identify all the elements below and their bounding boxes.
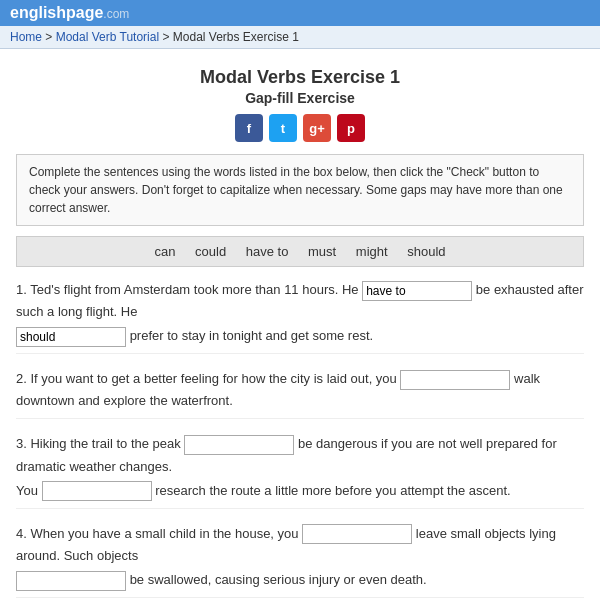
q3-text1: 3. Hiking the trail to the peak [16,436,184,451]
page-subtitle: Gap-fill Exercise [16,90,584,106]
question-1-line1: 1. Ted's flight from Amsterdam took more… [16,279,584,323]
question-1: 1. Ted's flight from Amsterdam took more… [16,275,584,354]
word-should: should [407,244,445,259]
question-4-line1: 4. When you have a small child in the ho… [16,523,584,567]
social-buttons: f t g+ p [16,114,584,142]
question-3-line2: You research the route a little more bef… [16,480,584,502]
pinterest-button[interactable]: p [337,114,365,142]
breadcrumb-tutorial[interactable]: Modal Verb Tutorial [56,30,159,44]
q4-text3: be swallowed, causing serious injury or … [130,572,427,587]
site-name: englishpage [10,4,103,21]
question-2: 2. If you want to get a better feeling f… [16,364,584,419]
word-can: can [154,244,175,259]
q4-input1[interactable] [302,524,412,544]
q3-text3: You [16,483,42,498]
instruction-box: Complete the sentences using the words l… [16,154,584,226]
question-1-line2: prefer to stay in tonight and get some r… [16,325,584,347]
q1-input2[interactable] [16,327,126,347]
breadcrumb-current: Modal Verbs Exercise 1 [173,30,299,44]
question-2-text: 2. If you want to get a better feeling f… [16,368,584,412]
word-could: could [195,244,226,259]
q3-input1[interactable] [184,435,294,455]
exercise-area: 1. Ted's flight from Amsterdam took more… [16,275,584,600]
question-3: 3. Hiking the trail to the peak be dange… [16,429,584,508]
word-have-to: have to [246,244,289,259]
site-dotcom: .com [103,7,129,21]
q3-text4: research the route a little more before … [155,483,511,498]
q3-input2[interactable] [42,481,152,501]
q2-input1[interactable] [400,370,510,390]
q1-num: 1. Ted's flight from Amsterdam took more… [16,282,362,297]
question-3-line1: 3. Hiking the trail to the peak be dange… [16,433,584,477]
twitter-button[interactable]: t [269,114,297,142]
q4-text1: 4. When you have a small child in the ho… [16,526,302,541]
word-must: must [308,244,336,259]
question-4-line2: be swallowed, causing serious injury or … [16,569,584,591]
question-4: 4. When you have a small child in the ho… [16,519,584,598]
site-header: englishpage.com [0,0,600,26]
q1-text3: prefer to stay in tonight and get some r… [130,328,374,343]
instruction-text: Complete the sentences using the words l… [29,165,563,215]
q2-text1: 2. If you want to get a better feeling f… [16,371,400,386]
breadcrumb: Home > Modal Verb Tutorial > Modal Verbs… [0,26,600,49]
facebook-button[interactable]: f [235,114,263,142]
page-title: Modal Verbs Exercise 1 [16,67,584,88]
main-content: Modal Verbs Exercise 1 Gap-fill Exercise… [0,49,600,600]
word-might: might [356,244,388,259]
q1-input1[interactable] [362,281,472,301]
googleplus-button[interactable]: g+ [303,114,331,142]
breadcrumb-home[interactable]: Home [10,30,42,44]
q4-input2[interactable] [16,571,126,591]
word-bank: can could have to must might should [16,236,584,267]
